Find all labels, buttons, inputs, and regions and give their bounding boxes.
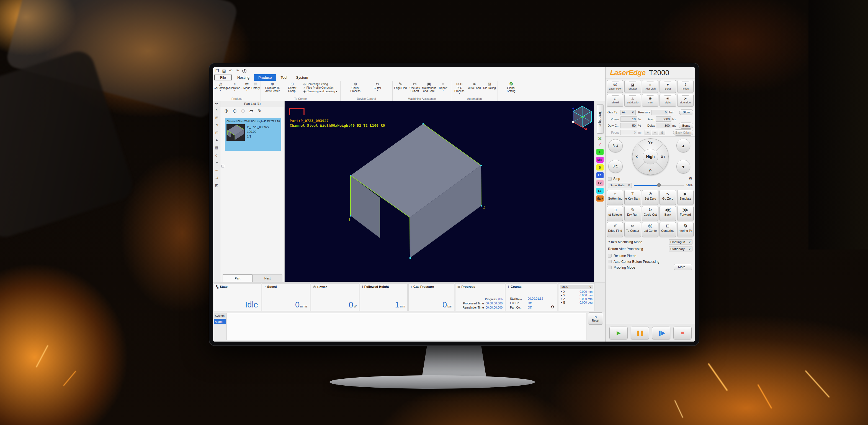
ribbon-gohoming[interactable]: ◎ GoHoming ▾	[214, 82, 227, 91]
panel-expander-icon[interactable]: ◀▶	[213, 101, 220, 107]
b-axis-cw-button[interactable]: B↻	[608, 160, 623, 173]
duty-cycle-input[interactable]: 50	[620, 123, 638, 129]
focus-input[interactable]: 0	[620, 130, 638, 135]
cut-selected-button[interactable]: □ ut Selecte	[607, 206, 623, 221]
ribbon-centering-and-leveling[interactable]: ◉ Centering and Leveling ▾	[303, 90, 337, 93]
jog-x-minus-button[interactable]: X-	[636, 155, 639, 159]
menu-produce[interactable]: Produce	[254, 74, 276, 81]
jog-y-minus-button[interactable]: Y-	[649, 169, 652, 173]
pipe-segment-icon[interactable]: ⊐	[213, 174, 220, 181]
log-content[interactable]	[226, 313, 586, 340]
menu-system[interactable]: System	[291, 74, 312, 81]
tab-system[interactable]: System	[214, 313, 226, 318]
layer-chip-l[interactable]: L	[596, 149, 603, 155]
layer-chip-l1[interactable]: L1	[596, 172, 603, 178]
auto-center-checkbox[interactable]: Auto Center Before Processing	[606, 259, 695, 264]
z-up-button[interactable]: ▲	[676, 139, 690, 152]
menu-file[interactable]: File	[214, 75, 232, 80]
gas-type-select[interactable]: Air ∨	[620, 110, 636, 115]
orbit-tool-icon[interactable]: ↻	[213, 121, 220, 129]
back-button[interactable]: ≪ Back	[659, 206, 676, 221]
burst-button[interactable]: Burst	[679, 122, 693, 129]
redo-icon[interactable]: ↷	[236, 69, 239, 73]
ribbon-centering-setting[interactable]: ◎ Centering Setting	[303, 83, 337, 86]
ribbon-center-comp[interactable]: ⊙ Center Comp.	[283, 82, 301, 94]
ribbon-global-setting[interactable]: ❂ Global Setting	[503, 82, 519, 94]
b-axis-ccw-button[interactable]: B↺	[608, 139, 623, 152]
laser-power-toggle[interactable]: Ⓦ Laser Pow	[607, 80, 623, 93]
delete-technique-icon[interactable]: ✕	[594, 136, 605, 142]
reset-button[interactable]: ↻ Reset	[588, 312, 603, 324]
add-part-icon[interactable]: ⊕	[224, 108, 228, 113]
side-blow-toggle[interactable]: ➤ Side Blow	[677, 94, 693, 107]
ribbon-cutter[interactable]: ✂ Cutter ▾	[370, 82, 385, 91]
dry-run-button[interactable]: ✎ Dry Run	[624, 206, 641, 221]
menu-nesting[interactable]: Nesting	[233, 74, 254, 81]
simu-rate-select[interactable]: Simu Rate ∨	[608, 183, 632, 188]
pipe-tool-icon[interactable]: ⌐	[213, 159, 220, 166]
help-icon[interactable]: ?	[242, 69, 246, 73]
pan-tool-icon[interactable]: ⊞	[213, 114, 220, 121]
ribbon-mode[interactable]: ⇄ Mode ▾	[243, 82, 251, 91]
follow-toggle[interactable]: ⇕ Follow	[677, 80, 693, 93]
step-checkbox[interactable]	[608, 177, 612, 181]
ribbon-dis-tailing[interactable]: ⊠ Dis Tailing	[482, 82, 497, 91]
viewport-3d[interactable]: 1 2 Part:P_0723_093927	[285, 101, 594, 282]
tab-alarm[interactable]: Alarm	[214, 319, 226, 324]
ribbon-one-key-cut-off[interactable]: ✄ One-key Cut-off	[408, 82, 422, 94]
stop-button[interactable]: ■	[673, 327, 692, 339]
back-origin-button[interactable]: Back Origin	[673, 130, 693, 136]
option-checkbox[interactable]	[608, 254, 612, 258]
forward-button[interactable]: ≫ Forward	[677, 206, 693, 221]
pick-tool-icon[interactable]: ➤	[213, 136, 220, 144]
remove-part-icon[interactable]: ⊖	[241, 108, 245, 113]
delay-input[interactable]: 300	[656, 123, 672, 129]
to-center-button[interactable]: ✑ To Center	[624, 222, 641, 237]
layer-chip-l3[interactable]: L3	[596, 188, 603, 194]
more-button[interactable]: More...	[674, 264, 692, 270]
ribbon-chuck-process-library[interactable]: ⊛ Chuck Process Library	[348, 82, 363, 94]
shield-toggle[interactable]: ◇ Shield	[607, 94, 623, 107]
jog-settings-gear-icon[interactable]: ⚙	[689, 176, 692, 181]
go-zero-button[interactable]: ↖ Go Zero	[659, 190, 676, 205]
ribbon-auto-load[interactable]: ➠ Auto Load	[467, 82, 482, 91]
layer-chip-l2[interactable]: L2	[596, 180, 603, 186]
light-toggle[interactable]: ☀ Light	[659, 94, 676, 107]
layer-chip-mark[interactable]: Mark	[596, 195, 603, 202]
counts-settings-gear-icon[interactable]: ⚙	[551, 305, 554, 309]
focus-target-button[interactable]: ⊕	[659, 130, 665, 135]
tab-part[interactable]: Part	[223, 275, 252, 282]
ribbon-calibrate-b-axis-center[interactable]: ⊕ Calibrate B-Axis Center	[264, 82, 281, 94]
view-cube-icon[interactable]: ◇	[213, 151, 220, 159]
part-item-checkbox[interactable]	[221, 165, 224, 167]
ribbon-pipe-profile-correction[interactable]: ✐ Pipe Profile Correction	[303, 86, 337, 89]
jog-speed-high-button[interactable]: High	[643, 149, 658, 164]
fit-view-icon[interactable]: ⊡	[213, 129, 220, 136]
edit-part-icon[interactable]: ✎	[257, 108, 261, 113]
centering-type-button[interactable]: ❂ ntering Ty	[677, 222, 693, 237]
lubrication-toggle[interactable]: ♨ Lubricatio	[624, 94, 641, 107]
burst-toggle[interactable]: ▼ Burst	[659, 80, 676, 93]
resume-pierce-checkbox[interactable]: Resume Pierce	[606, 253, 695, 259]
ribbon-edge-find[interactable]: ✎ Edge Find	[394, 82, 407, 91]
keyboard-icon[interactable]: ▦	[213, 144, 220, 151]
edge-find-button[interactable]: ✐ Edge Find	[607, 222, 623, 237]
return-mode-select[interactable]: Stationary ∨	[669, 246, 692, 251]
tab-nest[interactable]: Nest	[252, 275, 282, 282]
power-input[interactable]: 10	[620, 116, 638, 122]
shutter-toggle[interactable]: ◪ Shutter	[624, 80, 641, 93]
part-3d-icon[interactable]: ▱	[249, 108, 253, 113]
z-down-button[interactable]: ▼	[676, 160, 690, 174]
shading-icon[interactable]: ◩	[213, 181, 220, 189]
option-checkbox[interactable]	[608, 260, 612, 263]
measure-tool-icon[interactable]: ∞	[213, 166, 220, 174]
layer-chip-s[interactable]: S	[596, 164, 603, 170]
ribbon-library[interactable]: ▤ Library	[251, 82, 260, 91]
slider-thumb[interactable]	[657, 183, 661, 187]
jog-y-plus-button[interactable]: Y+	[648, 141, 653, 145]
fan-toggle[interactable]: ✺ Fan	[642, 94, 658, 107]
simulate-button[interactable]: ▶ Simulate	[677, 190, 693, 205]
ribbon-maintenance-and-care[interactable]: ▣ Maintenance and Care	[422, 82, 436, 94]
ribbon-calibration[interactable]: ♁ Calibration... ▾	[227, 82, 243, 91]
select-tool-icon[interactable]: ↖	[213, 107, 220, 114]
